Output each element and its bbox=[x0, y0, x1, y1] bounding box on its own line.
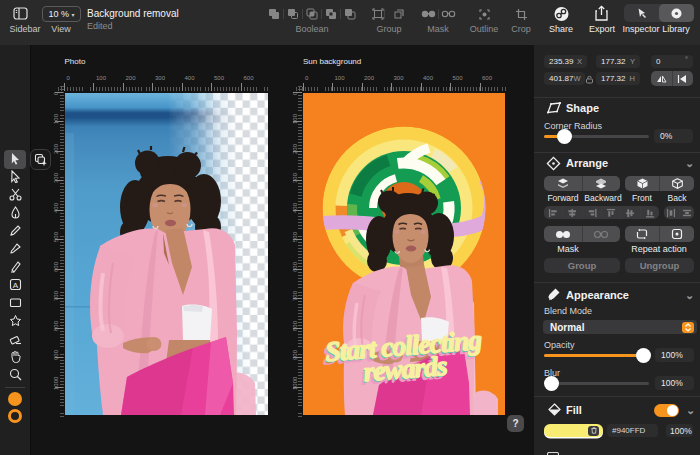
svg-text:A: A bbox=[13, 280, 19, 289]
